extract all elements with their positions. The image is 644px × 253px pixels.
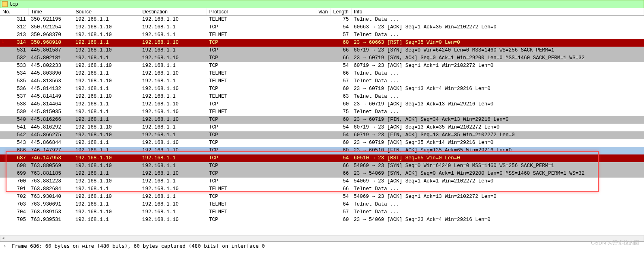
table-row[interactable]: 542445.866275192.168.1.10192.168.1.1TCP5…	[0, 131, 644, 139]
table-row[interactable]: 686746.147927192.168.1.1192.168.1.10TCP6…	[0, 147, 644, 154]
table-row[interactable]: 532445.802181192.168.1.1192.168.1.10TCP6…	[0, 54, 644, 62]
cell-length: 54	[331, 62, 351, 70]
table-row[interactable]: 531445.801587192.168.1.10192.168.1.1TCP6…	[0, 47, 644, 54]
cell-destination: 192.168.1.10	[140, 116, 207, 124]
cell-no: 537	[0, 93, 28, 101]
col-header-time[interactable]: Time	[28, 8, 73, 16]
cell-protocol: TCP	[207, 170, 316, 178]
cell-source: 192.168.1.1	[73, 108, 140, 116]
table-row[interactable]: 313350.968370192.168.1.10192.168.1.1TELN…	[0, 31, 644, 39]
table-row[interactable]: 537445.814149192.168.1.10192.168.1.1TELN…	[0, 93, 644, 101]
cell-length: 66	[331, 162, 351, 170]
table-row[interactable]: 704763.939153192.168.1.10192.168.1.1TELN…	[0, 208, 644, 216]
cell-no: 703	[0, 201, 28, 208]
cell-length: 66	[331, 170, 351, 178]
cell-time: 445.814132	[28, 85, 73, 93]
cell-source: 192.168.1.1	[73, 85, 140, 93]
cell-protocol: TCP	[207, 62, 316, 70]
cell-destination: 192.168.1.10	[140, 108, 207, 116]
cell-vlan	[316, 193, 331, 201]
cell-protocol: TCP	[207, 24, 316, 31]
scroll-left-icon[interactable]: ◄	[0, 236, 6, 241]
cell-info: 23 → 60663 [RST] Seq=35 Win=0 Len=0	[351, 39, 644, 47]
table-row[interactable]: 536445.814132192.168.1.1192.168.1.10TCP6…	[0, 85, 644, 93]
cell-length: 60	[331, 39, 351, 47]
cell-time: 445.816266	[28, 116, 73, 124]
table-row[interactable]: 538445.814464192.168.1.1192.168.1.10TCP6…	[0, 101, 644, 108]
cell-source: 192.168.1.10	[73, 93, 140, 101]
table-row[interactable]: 702763.930140192.168.1.10192.168.1.1TCP5…	[0, 193, 644, 201]
table-row[interactable]: 543445.866844192.168.1.1192.168.1.10TCP6…	[0, 139, 644, 147]
table-row[interactable]: └687746.147953192.168.1.10192.168.1.1TCP…	[0, 154, 644, 162]
col-header-protocol[interactable]: Protocol	[207, 8, 316, 16]
cell-source: 192.168.1.1	[73, 185, 140, 193]
cell-length: 57	[331, 77, 351, 85]
table-row[interactable]: 533445.802233192.168.1.10192.168.1.1TCP5…	[0, 62, 644, 70]
cell-info: Telnet Data ...	[351, 16, 644, 24]
table-row[interactable]: 699763.881185192.168.1.1192.168.1.10TCP6…	[0, 170, 644, 178]
cell-no: 686	[0, 147, 28, 154]
cell-destination: 192.168.1.1	[140, 124, 207, 131]
cell-info: 23 → 60719 [SYN, ACK] Seq=0 Ack=1 Win=29…	[351, 54, 644, 62]
cell-vlan	[316, 170, 331, 178]
cell-no: 311	[0, 16, 28, 24]
cell-destination: 192.168.1.10	[140, 16, 207, 24]
col-header-vlan[interactable]: vlan	[316, 8, 331, 16]
table-row[interactable]: └314350.968910192.168.1.1192.168.1.10TCP…	[0, 39, 644, 47]
table-row[interactable]: 311350.921195192.168.1.1192.168.1.10TELN…	[0, 16, 644, 24]
table-row[interactable]: 535445.813563192.168.1.10192.168.1.1TELN…	[0, 77, 644, 85]
cell-time: 763.930691	[28, 201, 73, 208]
cell-vlan	[316, 116, 331, 124]
packet-list-pane[interactable]: No. Time Source Destination Protocol vla…	[0, 8, 644, 235]
cell-time: 350.968910	[28, 39, 73, 47]
table-row[interactable]: 705763.939531192.168.1.1192.168.1.10TCP6…	[0, 216, 644, 224]
packet-table-header[interactable]: No. Time Source Destination Protocol vla…	[0, 8, 644, 16]
table-row[interactable]: 703763.930691192.168.1.1192.168.1.10TELN…	[0, 201, 644, 208]
cell-vlan	[316, 70, 331, 77]
table-row[interactable]: 700763.881228192.168.1.10192.168.1.1TCP5…	[0, 178, 644, 185]
cell-source: 192.168.1.1	[73, 201, 140, 208]
col-header-no[interactable]: No.	[0, 8, 28, 16]
cell-destination: 192.168.1.10	[140, 39, 207, 47]
cell-info: 23 → 60719 [FIN, ACK] Seq=34 Ack=13 Win=…	[351, 116, 644, 124]
cell-length: 66	[331, 47, 351, 54]
packet-detail-pane[interactable]: › Frame 686: 60 bytes on wire (480 bits)…	[0, 241, 644, 250]
cell-vlan	[316, 31, 331, 39]
cell-time: 445.816292	[28, 124, 73, 131]
cell-info: 60663 → 23 [ACK] Seq=1 Ack=35 Win=210227…	[351, 24, 644, 31]
cell-destination: 192.168.1.10	[140, 101, 207, 108]
col-header-destination[interactable]: Destination	[140, 8, 207, 16]
cell-source: 192.168.1.10	[73, 31, 140, 39]
col-header-length[interactable]: Length	[331, 8, 351, 16]
cell-source: 192.168.1.10	[73, 208, 140, 216]
table-row[interactable]: 534445.803890192.168.1.1192.168.1.10TELN…	[0, 70, 644, 77]
cell-no: 705	[0, 216, 28, 224]
cell-source: 192.168.1.1	[73, 70, 140, 77]
table-row[interactable]: 698763.880569192.168.1.10192.168.1.1TCP6…	[0, 162, 644, 170]
cell-source: 192.168.1.1	[73, 116, 140, 124]
expand-icon[interactable]: ›	[3, 243, 6, 249]
cell-time: 445.814464	[28, 101, 73, 108]
table-row[interactable]: 540445.816266192.168.1.1192.168.1.10TCP6…	[0, 116, 644, 124]
cell-destination: 192.168.1.10	[140, 201, 207, 208]
table-row[interactable]: 701763.882684192.168.1.1192.168.1.10TELN…	[0, 185, 644, 193]
cell-protocol: TCP	[207, 147, 316, 154]
display-filter-bar[interactable]: tcp	[0, 0, 644, 8]
cell-source: 192.168.1.10	[73, 124, 140, 131]
cell-info: 60510 → 23 [RST] Seq=65 Win=0 Len=0	[351, 154, 644, 162]
cell-vlan	[316, 131, 331, 139]
frame-summary[interactable]: Frame 686: 60 bytes on wire (480 bits), …	[12, 243, 265, 249]
horizontal-scrollbar[interactable]: ◄	[0, 235, 644, 241]
cell-info: Telnet Data ...	[351, 70, 644, 77]
table-row[interactable]: 312350.921254192.168.1.10192.168.1.1TCP5…	[0, 24, 644, 31]
cell-no: 532	[0, 54, 28, 62]
cell-no: 539	[0, 108, 28, 116]
filter-text[interactable]: tcp	[9, 1, 642, 7]
packet-table: No. Time Source Destination Protocol vla…	[0, 8, 644, 224]
cell-no: 535	[0, 77, 28, 85]
col-header-info[interactable]: Info	[351, 8, 644, 16]
col-header-source[interactable]: Source	[73, 8, 140, 16]
table-row[interactable]: 541445.816292192.168.1.10192.168.1.1TCP5…	[0, 124, 644, 131]
table-row[interactable]: 539445.815035192.168.1.1192.168.1.10TELN…	[0, 108, 644, 116]
cell-vlan	[316, 185, 331, 193]
